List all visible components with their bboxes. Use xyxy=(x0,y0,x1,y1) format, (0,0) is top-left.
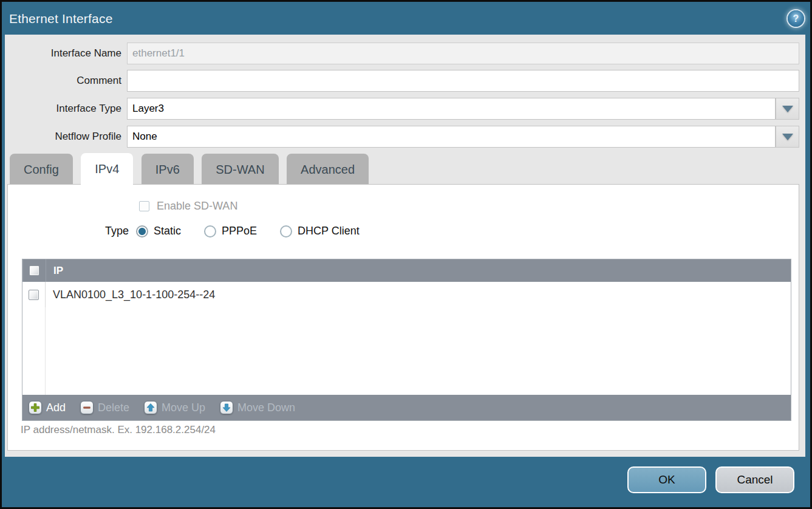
ip-table-header: IP xyxy=(22,259,791,282)
ok-button[interactable]: OK xyxy=(627,466,706,493)
ip-format-hint: IP address/netmask. Ex. 192.168.2.254/24 xyxy=(21,424,216,436)
tab-config[interactable]: Config xyxy=(10,154,73,185)
titlebar: Ethernet Interface ? xyxy=(2,2,810,35)
add-button[interactable]: Add xyxy=(29,401,66,414)
enable-sdwan-checkbox xyxy=(139,201,149,211)
arrow-down-icon xyxy=(220,401,233,414)
cancel-button[interactable]: Cancel xyxy=(715,466,794,493)
chevron-down-icon xyxy=(782,134,793,140)
interface-name-input xyxy=(127,43,799,64)
move-up-button[interactable]: Move Up xyxy=(144,401,205,414)
comment-label: Comment xyxy=(5,70,121,92)
move-up-button-label: Move Up xyxy=(162,401,205,414)
interface-type-input[interactable] xyxy=(127,98,776,120)
netflow-profile-input[interactable] xyxy=(127,126,776,148)
row-checkbox[interactable] xyxy=(29,290,39,300)
select-all-cell xyxy=(22,259,46,282)
tab-bar: Config IPv4 IPv6 SD-WAN Advanced xyxy=(10,153,374,184)
comment-row: Comment xyxy=(5,70,805,92)
type-radio-group: Type Static PPPoE DHCP Client xyxy=(105,225,383,237)
tab-ipv6[interactable]: IPv6 xyxy=(142,154,194,185)
plus-icon xyxy=(29,401,42,414)
interface-type-row: Interface Type xyxy=(5,98,805,120)
type-label: Type xyxy=(105,225,129,237)
chevron-down-icon xyxy=(782,106,793,112)
dialog-background: Ethernet Interface ? Interface Name Comm… xyxy=(2,2,810,507)
table-row[interactable]: VLAN0100_L3_10-1-100-254--24 xyxy=(22,282,791,307)
add-button-label: Add xyxy=(46,401,66,414)
column-divider xyxy=(45,307,46,395)
row-checkbox-cell xyxy=(22,282,46,307)
radio-pppoe[interactable] xyxy=(204,225,216,237)
interface-type-dropdown-button[interactable] xyxy=(776,98,799,120)
delete-button-label: Delete xyxy=(98,401,129,414)
tab-ipv4[interactable]: IPv4 xyxy=(81,153,133,185)
enable-sdwan-row: Enable SD-WAN xyxy=(139,200,237,213)
radio-pppoe-label[interactable]: PPPoE xyxy=(222,225,257,237)
select-all-checkbox[interactable] xyxy=(29,265,39,276)
ipv4-tab-panel: Enable SD-WAN Type Static PPPoE DHCP Cli… xyxy=(7,184,799,451)
netflow-profile-dropdown-button[interactable] xyxy=(776,126,799,148)
ip-column-header: IP xyxy=(46,265,63,277)
radio-dhcp-client[interactable] xyxy=(280,225,292,237)
table-toolbar: Add Delete xyxy=(22,395,791,420)
ip-address-table: IP VLAN0100_L3_10-1-100-254--24 xyxy=(22,259,791,421)
arrow-up-icon xyxy=(144,401,157,414)
ip-address-value[interactable]: VLAN0100_L3_10-1-100-254--24 xyxy=(46,289,215,301)
tab-sdwan[interactable]: SD-WAN xyxy=(202,154,278,185)
interface-name-label: Interface Name xyxy=(5,43,121,64)
interface-name-row: Interface Name xyxy=(5,43,805,64)
netflow-profile-row: Netflow Profile xyxy=(5,126,805,148)
ethernet-interface-dialog: Ethernet Interface ? Interface Name Comm… xyxy=(0,0,812,509)
enable-sdwan-label: Enable SD-WAN xyxy=(157,200,237,213)
delete-button[interactable]: Delete xyxy=(80,401,129,414)
dialog-title: Ethernet Interface xyxy=(9,2,113,35)
radio-static[interactable] xyxy=(136,225,148,237)
help-icon[interactable]: ? xyxy=(788,10,804,27)
radio-static-label[interactable]: Static xyxy=(154,225,181,237)
move-down-button-label: Move Down xyxy=(237,401,295,414)
tab-advanced[interactable]: Advanced xyxy=(287,154,369,185)
netflow-profile-label: Netflow Profile xyxy=(5,126,121,148)
dialog-content: Interface Name Comment Interface Type Ne… xyxy=(5,35,805,457)
interface-type-label: Interface Type xyxy=(5,98,121,120)
comment-input[interactable] xyxy=(127,70,799,92)
radio-dhcp-client-label[interactable]: DHCP Client xyxy=(298,225,360,237)
minus-icon xyxy=(80,401,94,414)
move-down-button[interactable]: Move Down xyxy=(220,401,295,414)
